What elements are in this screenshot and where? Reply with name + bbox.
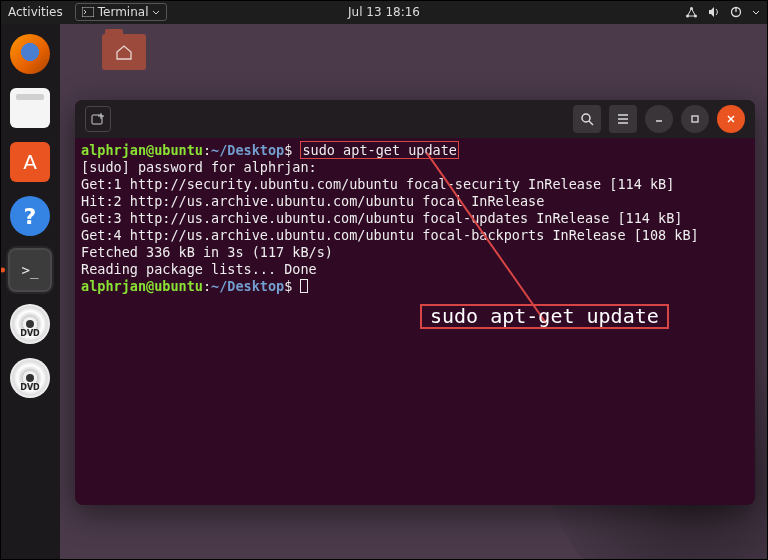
dock-dvd-2[interactable]: DVD [8, 356, 52, 400]
prompt-user: alphrjan@ubuntu [81, 142, 203, 158]
hamburger-icon [616, 113, 630, 125]
prompt-end: $ [284, 278, 300, 294]
new-tab-icon [91, 112, 105, 126]
system-status-area[interactable] [685, 6, 760, 19]
minimize-icon [653, 113, 665, 125]
maximize-button[interactable] [681, 105, 709, 133]
prompt-user: alphrjan@ubuntu [81, 278, 203, 294]
prompt-sep: : [203, 142, 211, 158]
svg-point-9 [582, 114, 590, 122]
terminal-titlebar[interactable] [75, 100, 755, 138]
annotation-callout: sudo apt-get update [420, 304, 669, 329]
cursor [300, 279, 308, 293]
network-icon [685, 6, 698, 19]
chevron-down-icon [752, 10, 760, 15]
appmenu-label: Terminal [98, 5, 149, 19]
terminal-line: Get:1 http://security.ubuntu.com/ubuntu … [81, 176, 674, 192]
clock[interactable]: Jul 13 18:16 [348, 5, 420, 19]
search-icon [580, 112, 594, 126]
close-icon [725, 113, 737, 125]
terminal-line: Fetched 336 kB in 3s (117 kB/s) [81, 244, 333, 260]
chevron-down-icon [152, 10, 160, 15]
dock-dvd-1[interactable]: DVD [8, 302, 52, 346]
prompt-end: $ [284, 142, 300, 158]
terminal-line: Hit:2 http://us.archive.ubuntu.com/ubunt… [81, 193, 544, 209]
dock-firefox[interactable] [8, 32, 52, 76]
prompt-path: ~/Desktop [211, 142, 284, 158]
command-highlighted: sudo apt-get update [300, 141, 458, 159]
prompt-path: ~/Desktop [211, 278, 284, 294]
dock-files[interactable] [8, 86, 52, 130]
maximize-icon [689, 113, 701, 125]
svg-rect-15 [692, 116, 698, 122]
power-icon [730, 6, 742, 18]
dock-terminal[interactable]: >_ [8, 248, 52, 292]
appmenu-terminal[interactable]: Terminal [75, 3, 168, 21]
dock-software[interactable]: A [8, 140, 52, 184]
folder-icon [102, 34, 146, 70]
menu-button[interactable] [609, 105, 637, 133]
help-icon: ? [10, 196, 50, 236]
dock: A ? >_ DVD DVD [0, 24, 60, 560]
desktop-home-folder[interactable] [96, 34, 152, 70]
terminal-icon: >_ [10, 250, 50, 290]
svg-line-10 [589, 121, 593, 125]
firefox-icon [10, 34, 50, 74]
software-icon: A [10, 142, 50, 182]
files-icon [10, 88, 50, 128]
svg-rect-0 [82, 7, 94, 17]
gnome-topbar: Activities Terminal Jul 13 18:16 [0, 0, 768, 24]
dock-help[interactable]: ? [8, 194, 52, 238]
close-button[interactable] [717, 105, 745, 133]
terminal-icon [82, 7, 94, 17]
prompt-sep: : [203, 278, 211, 294]
dvd-icon: DVD [10, 358, 50, 398]
terminal-line: Reading package lists... Done [81, 261, 317, 277]
running-indicator [0, 268, 5, 273]
terminal-body[interactable]: alphrjan@ubuntu:~/Desktop$ sudo apt-get … [75, 138, 755, 505]
new-tab-button[interactable] [85, 106, 111, 132]
terminal-line: Get:3 http://us.archive.ubuntu.com/ubunt… [81, 210, 682, 226]
terminal-window: alphrjan@ubuntu:~/Desktop$ sudo apt-get … [75, 100, 755, 505]
terminal-line: Get:4 http://us.archive.ubuntu.com/ubunt… [81, 227, 699, 243]
dvd-icon: DVD [10, 304, 50, 344]
volume-icon [708, 6, 720, 18]
minimize-button[interactable] [645, 105, 673, 133]
activities-button[interactable]: Activities [8, 5, 63, 19]
terminal-line: [sudo] password for alphrjan: [81, 159, 317, 175]
home-icon [102, 34, 146, 70]
search-button[interactable] [573, 105, 601, 133]
